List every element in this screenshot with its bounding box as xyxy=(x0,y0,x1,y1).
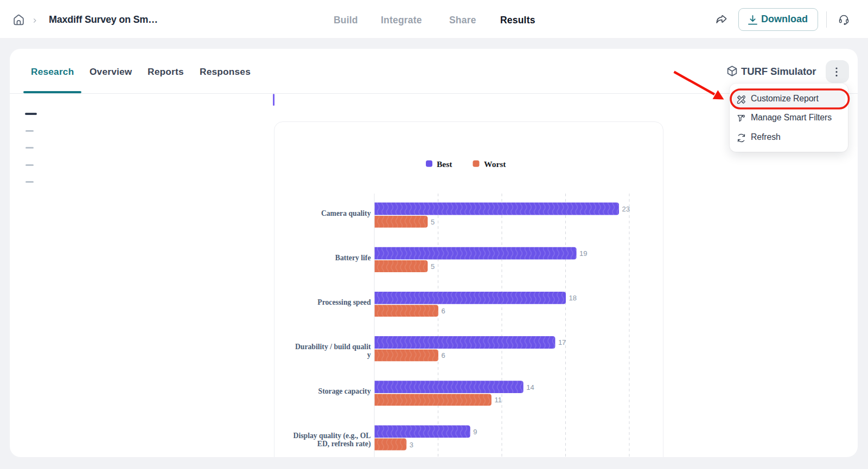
svg-text:Worst: Worst xyxy=(484,159,506,169)
svg-text:19: 19 xyxy=(579,249,587,258)
svg-text:5: 5 xyxy=(431,262,435,271)
svg-text:Best: Best xyxy=(437,159,452,169)
svg-text:Camera quality: Camera quality xyxy=(321,209,371,217)
svg-text:14: 14 xyxy=(526,383,534,391)
svg-text:9: 9 xyxy=(473,428,477,436)
svg-text:ED, refresh rate): ED, refresh rate) xyxy=(317,440,371,448)
svg-text:Storage capacity: Storage capacity xyxy=(318,387,371,395)
svg-text:Display quality (e.g., OL: Display quality (e.g., OL xyxy=(293,432,371,440)
svg-text:18: 18 xyxy=(569,294,577,302)
svg-text:3: 3 xyxy=(410,441,413,449)
svg-text:Processing speed: Processing speed xyxy=(317,298,371,306)
svg-text:11: 11 xyxy=(494,396,502,404)
svg-text:17: 17 xyxy=(558,338,566,346)
svg-text:6: 6 xyxy=(442,307,445,315)
svg-text:Battery life: Battery life xyxy=(335,254,371,262)
svg-text:23: 23 xyxy=(622,205,630,213)
svg-text:6: 6 xyxy=(442,351,445,359)
svg-text:y: y xyxy=(367,351,371,359)
svg-text:5: 5 xyxy=(431,218,435,226)
svg-text:Durability / build qualit: Durability / build qualit xyxy=(295,343,371,351)
